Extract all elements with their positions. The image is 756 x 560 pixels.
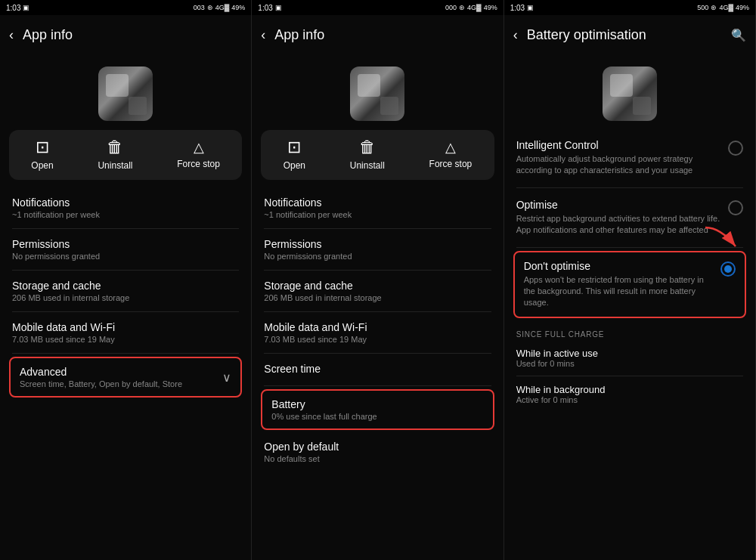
- mobiledata-title-1: Mobile data and Wi-Fi: [12, 321, 239, 333]
- header-3: ‹ Battery optimisation 🔍: [504, 15, 755, 54]
- header-2: ‹ App info: [252, 15, 503, 54]
- active-use-sub: Used for 0 mins: [516, 359, 743, 368]
- notifications-title-2: Notifications: [264, 196, 491, 209]
- force-stop-label-1: Force stop: [177, 159, 220, 169]
- open-label-1: Open: [31, 160, 53, 171]
- app-icon-area-1: [0, 54, 251, 130]
- signal-icon-3: 4G▓: [719, 4, 733, 11]
- advanced-sub-1: Screen time, Battery, Open by default, S…: [20, 379, 222, 388]
- open-label-2: Open: [284, 160, 305, 171]
- notification-icon-2: ▣: [275, 4, 282, 11]
- permissions-item-2[interactable]: Permissions No permissions granted: [252, 230, 503, 268]
- storage-item-1[interactable]: Storage and cache 206 MB used in interna…: [0, 272, 251, 310]
- back-button-2[interactable]: ‹: [261, 27, 265, 43]
- openbydefault-item-2[interactable]: Open by default No defaults set: [252, 433, 503, 471]
- app-icon-1: [98, 67, 153, 121]
- force-stop-label-2: Force stop: [429, 159, 472, 169]
- uninstall-label-2: Uninstall: [350, 160, 385, 171]
- notification-icon-1: ▣: [23, 4, 29, 11]
- battery-1: 49%: [231, 4, 245, 11]
- wifi-icon-3: ⊛: [711, 4, 717, 11]
- app-icon-2: [350, 67, 404, 121]
- status-time-2: 1:03 ▣: [258, 4, 281, 12]
- search-icon-3[interactable]: 🔍: [731, 28, 746, 42]
- panel-app-info-1: 1:03 ▣ 003 ⊛ 4G▓ 49% ‹ App info ⊡ Open 🗑…: [0, 0, 252, 560]
- notifications-title-1: Notifications: [12, 196, 239, 209]
- battery-3: 49%: [736, 4, 749, 11]
- dont-optimise-option[interactable]: Don't optimise Apps won't be restricted …: [513, 251, 746, 318]
- mobiledata-item-1[interactable]: Mobile data and Wi-Fi 7.03 MB used since…: [0, 314, 251, 351]
- openbydefault-sub-2: No defaults set: [264, 454, 491, 463]
- divider-3a: [516, 187, 743, 188]
- status-time-3: 1:03 ▣: [510, 4, 534, 12]
- intelligent-control-option[interactable]: Intelligent Control Automatically adjust…: [504, 130, 755, 186]
- chevron-down-icon-1: ∨: [222, 370, 231, 385]
- storage-title-2: Storage and cache: [264, 280, 491, 292]
- active-use-title: While in active use: [516, 348, 743, 359]
- data-icon-3: 500: [697, 4, 708, 11]
- signal-icon-1: 4G▓: [215, 4, 230, 11]
- app-icon-area-3: [504, 54, 755, 130]
- header-1: ‹ App info: [0, 15, 251, 54]
- notifications-item-2[interactable]: Notifications ~1 notification per week: [252, 189, 503, 227]
- status-bar-2: 1:03 ▣ 000 ⊛ 4G▓ 49%: [252, 0, 503, 15]
- panel-battery-optimisation: 1:03 ▣ 500 ⊛ 4G▓ 49% ‹ Battery optimisat…: [504, 0, 756, 560]
- status-icons-3: 500 ⊛ 4G▓ 49%: [697, 4, 749, 11]
- storage-sub-2: 206 MB used in internal storage: [264, 293, 491, 302]
- intelligent-radio[interactable]: [728, 141, 743, 156]
- divider-1a: [12, 228, 239, 229]
- force-stop-icon-2: △: [445, 141, 456, 154]
- divider-1d: [12, 353, 239, 354]
- action-row-2: ⊡ Open 🗑 Uninstall △ Force stop: [261, 130, 494, 180]
- header-title-1: App info: [23, 27, 242, 43]
- background-item: While in background Active for 0 mins: [504, 378, 755, 410]
- back-button-1[interactable]: ‹: [9, 27, 14, 43]
- optimise-desc: Restrict app background activities to ex…: [516, 213, 720, 237]
- background-sub: Active for 0 mins: [516, 395, 743, 404]
- divider-2b: [264, 270, 491, 271]
- action-row-1: ⊡ Open 🗑 Uninstall △ Force stop: [9, 130, 242, 180]
- notifications-item-1[interactable]: Notifications ~1 notification per week: [0, 189, 251, 227]
- app-icon-area-2: [252, 54, 503, 130]
- signal-icon-2: 4G▓: [467, 4, 482, 11]
- permissions-title-2: Permissions: [264, 238, 491, 250]
- advanced-item-1[interactable]: Advanced Screen time, Battery, Open by d…: [9, 357, 242, 398]
- optimise-radio[interactable]: [728, 200, 743, 215]
- settings-list-2: Notifications ~1 notification per week P…: [252, 189, 503, 560]
- open-icon-2: ⊡: [287, 139, 301, 156]
- battery-item-2[interactable]: Battery 0% use since last full charge: [261, 389, 494, 430]
- open-button-1[interactable]: ⊡ Open: [31, 139, 53, 171]
- uninstall-button-1[interactable]: 🗑 Uninstall: [98, 139, 132, 171]
- mobiledata-sub-2: 7.03 MB used since 19 May: [264, 335, 491, 344]
- divider-1b: [12, 270, 239, 271]
- notifications-sub-2: ~1 notification per week: [264, 210, 491, 219]
- permissions-item-1[interactable]: Permissions No permissions granted: [0, 230, 251, 268]
- force-stop-button-1[interactable]: △ Force stop: [177, 141, 220, 169]
- open-button-2[interactable]: ⊡ Open: [284, 139, 305, 171]
- storage-title-1: Storage and cache: [12, 280, 239, 292]
- storage-sub-1: 206 MB used in internal storage: [12, 293, 239, 302]
- wifi-icon-1: ⊛: [207, 4, 213, 11]
- time-3: 1:03: [510, 4, 525, 12]
- status-bar-3: 1:03 ▣ 500 ⊛ 4G▓ 49%: [504, 0, 755, 15]
- permissions-title-1: Permissions: [12, 238, 239, 250]
- storage-item-2[interactable]: Storage and cache 206 MB used in interna…: [252, 272, 503, 310]
- dont-optimise-container: Don't optimise Apps won't be restricted …: [504, 251, 755, 318]
- since-full-charge-header: SINCE FULL CHARGE: [504, 321, 755, 342]
- dont-optimise-radio[interactable]: [720, 261, 736, 277]
- battery-title-2: Battery: [271, 398, 483, 410]
- notification-icon-3: ▣: [527, 4, 534, 11]
- force-stop-icon-1: △: [194, 141, 204, 154]
- divider-2a: [264, 228, 491, 229]
- dont-optimise-text: Don't optimise Apps won't be restricted …: [524, 260, 713, 309]
- data-icon-2: 000: [445, 4, 457, 11]
- back-button-3[interactable]: ‹: [513, 27, 518, 43]
- force-stop-button-2[interactable]: △ Force stop: [429, 141, 472, 169]
- intelligent-desc: Automatically adjust background power st…: [516, 153, 720, 177]
- divider-2e: [264, 385, 491, 386]
- header-title-2: App info: [274, 27, 494, 43]
- dont-optimise-title: Don't optimise: [524, 260, 713, 272]
- uninstall-button-2[interactable]: 🗑 Uninstall: [350, 139, 385, 171]
- mobiledata-item-2[interactable]: Mobile data and Wi-Fi 7.03 MB used since…: [252, 314, 503, 351]
- screentime-item-2[interactable]: Screen time: [252, 355, 503, 384]
